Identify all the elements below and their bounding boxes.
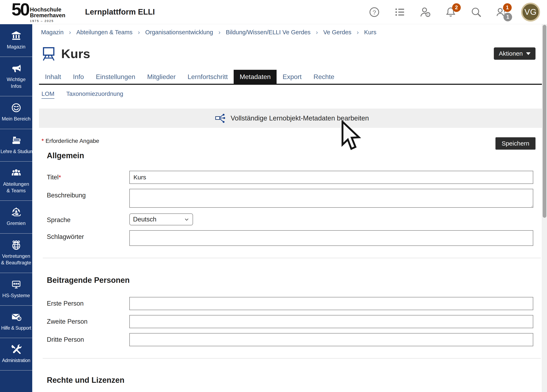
help-icon[interactable]: ?	[368, 6, 380, 18]
titel-required-star: *	[59, 174, 61, 181]
tab-rechte[interactable]: Rechte	[308, 70, 340, 84]
bell-icon[interactable]: 2	[445, 6, 457, 18]
section-divider	[43, 358, 541, 358]
erste-person-label: Erste Person	[47, 297, 129, 310]
page-title: Kurs	[61, 46, 90, 61]
tab-bar: Inhalt Info Einstellungen Mitglieder Ler…	[39, 70, 545, 85]
sprache-label: Sprache	[47, 213, 129, 225]
beschreibung-textarea[interactable]	[129, 189, 533, 208]
section-heading-rechte: Rechte und Lizenzen	[39, 376, 545, 385]
sprache-select[interactable]: Deutsch	[129, 213, 193, 225]
sidebar-item-magazin[interactable]: Magazin	[0, 24, 32, 57]
sidebar-item-label: HS-Systeme	[2, 292, 30, 299]
subtab-bar: LOM Taxonomiezuordnung	[39, 90, 545, 99]
sidebar-item-wichtige-infos[interactable]: Wichtige Infos	[0, 57, 32, 96]
tab-mitglieder[interactable]: Mitglieder	[141, 70, 182, 84]
scrollbar-thumb[interactable]	[543, 25, 546, 218]
main-sidebar: Magazin Wichtige Infos Mein Bereich Lehr…	[0, 24, 32, 392]
beschreibung-label: Beschreibung	[47, 189, 129, 209]
tab-einstellungen[interactable]: Einstellungen	[90, 70, 141, 84]
breadcrumb-abteilungen[interactable]: Abteilungen & Teams	[76, 29, 133, 36]
breadcrumb: Magazin › Abteilungen & Teams › Organisa…	[39, 24, 545, 40]
sidebar-item-label: Magazin	[7, 43, 26, 50]
user-alert-icon[interactable]: !	[419, 6, 431, 18]
sidebar-item-administration[interactable]: Administration	[0, 338, 32, 371]
breadcrumb-organisationsentwicklung[interactable]: Organisationsentwicklung	[145, 29, 213, 36]
breadcrumb-kurs[interactable]: Kurs	[364, 29, 376, 36]
tab-lernfortschritt[interactable]: Lernfortschritt	[182, 70, 234, 84]
logo-50: 50	[12, 1, 29, 17]
dritte-person-label: Dritte Person	[47, 333, 129, 346]
sidebar-item-label: Gremien	[7, 220, 26, 227]
assembly-icon	[11, 207, 21, 217]
zweite-person-label: Zweite Person	[47, 315, 129, 328]
top-header: 50 Hochschule Bremerhaven 1975 – 2025 Le…	[0, 0, 547, 24]
titel-input[interactable]	[129, 171, 533, 184]
sidebar-filler	[0, 371, 32, 392]
logo-line2: Bremerhaven	[30, 13, 66, 18]
metadata-hub-icon	[215, 113, 226, 123]
main-content: Magazin › Abteilungen & Teams › Organisa…	[32, 24, 547, 392]
chevron-right-icon: ›	[219, 29, 220, 36]
tab-info[interactable]: Info	[67, 70, 90, 84]
schlagwoerter-input[interactable]	[129, 230, 533, 246]
logo-years: 1975 – 2025	[30, 19, 66, 23]
course-easel-icon	[41, 46, 56, 61]
edit-full-metadata-banner[interactable]: Vollständige Lernobjekt-Metadaten bearbe…	[39, 108, 545, 128]
subtab-taxonomiezuordnung[interactable]: Taxonomiezuordnung	[66, 90, 123, 99]
sidebar-item-label: Hilfe & Support	[1, 325, 31, 331]
people-group-icon	[11, 168, 21, 178]
caret-down-icon	[526, 52, 531, 55]
edit-full-metadata-label: Vollständige Lernobjekt-Metadaten bearbe…	[231, 114, 369, 122]
erste-person-input[interactable]	[129, 297, 533, 310]
speichern-button[interactable]: Speichern	[495, 137, 535, 150]
svg-text:?: ?	[373, 9, 376, 16]
tab-inhalt[interactable]: Inhalt	[39, 70, 67, 84]
dritte-person-input[interactable]	[129, 333, 533, 346]
svg-text:!: !	[427, 12, 429, 17]
sidebar-item-label: Mein Bereich	[2, 115, 30, 122]
aktionen-button[interactable]: Aktionen	[494, 47, 535, 60]
sidebar-item-abteilungen-teams[interactable]: Abteilungen & Teams	[0, 162, 32, 201]
chevron-down-icon	[184, 217, 189, 222]
books-icon	[11, 135, 21, 146]
users-icon[interactable]: 1 1	[496, 6, 508, 18]
sidebar-item-hilfe-support[interactable]: ? Hilfe & Support	[0, 306, 32, 338]
required-hint: *Erforderliche Angabe	[41, 137, 99, 144]
sidebar-item-label: Administration	[2, 357, 30, 364]
tab-export[interactable]: Export	[277, 70, 307, 84]
search-icon[interactable]	[470, 6, 482, 18]
breadcrumb-ve-gerdes[interactable]: Ve Gerdes	[323, 29, 351, 36]
users-badge-gray: 1	[504, 13, 512, 21]
sidebar-item-mein-bereich[interactable]: Mein Bereich	[0, 96, 32, 129]
chevron-right-icon: ›	[138, 29, 140, 36]
tab-metadaten[interactable]: Metadaten	[234, 70, 277, 84]
chevron-right-icon: ›	[316, 29, 318, 36]
mail-question-icon: ?	[11, 312, 21, 322]
section-divider	[43, 258, 541, 258]
globe-people-icon	[11, 240, 21, 250]
sprache-selected-value: Deutsch	[133, 216, 157, 223]
aktionen-label: Aktionen	[499, 50, 523, 57]
avatar[interactable]: VG	[521, 3, 540, 21]
breadcrumb-magazin[interactable]: Magazin	[41, 29, 64, 36]
sidebar-item-label: Wichtige Infos	[1, 76, 31, 89]
hochschule-bremerhaven-logo: 50 Hochschule Bremerhaven 1975 – 2025	[12, 1, 65, 23]
titel-label: Titel*	[47, 171, 129, 184]
subtab-lom[interactable]: LOM	[41, 90, 55, 99]
sidebar-item-gremien[interactable]: Gremien	[0, 201, 32, 233]
bank-icon	[11, 30, 21, 41]
sidebar-item-vertretungen[interactable]: Vertretungen & Beauftragte	[0, 234, 32, 273]
section-heading-allgemein: Allgemein	[39, 151, 545, 160]
tools-icon	[11, 344, 21, 355]
bell-badge: 2	[452, 3, 461, 12]
sidebar-item-hs-systeme[interactable]: HS-Systeme	[0, 273, 32, 306]
monitor-icon	[11, 279, 21, 290]
breadcrumb-bildung-wissen[interactable]: Bildung/Wissen/ELLI Ve Gerdes	[226, 29, 311, 36]
list-icon[interactable]	[394, 6, 406, 18]
sidebar-item-lehre-studium[interactable]: Lehre & Studium	[0, 129, 32, 162]
required-star: *	[41, 137, 44, 144]
vertical-scrollbar[interactable]	[542, 24, 547, 392]
zweite-person-input[interactable]	[129, 315, 533, 328]
app-title: Lernplattform ELLI	[85, 7, 155, 16]
